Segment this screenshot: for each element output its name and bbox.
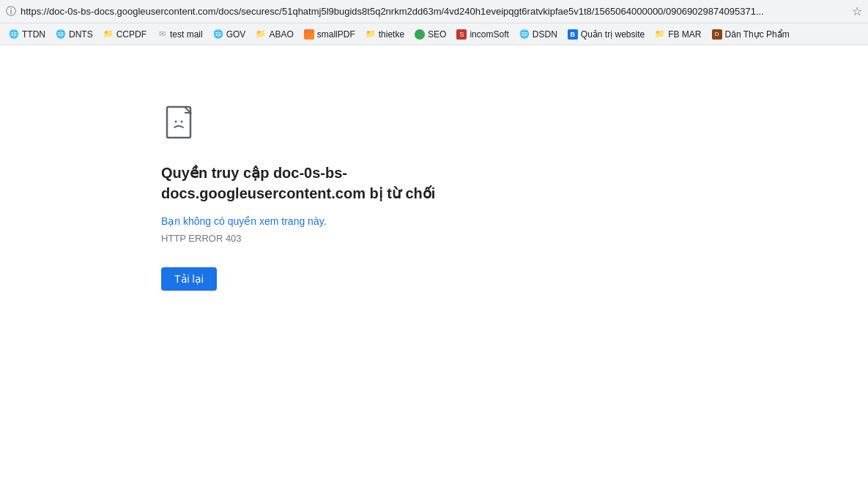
info-icon: ⓘ — [6, 5, 16, 18]
svg-point-2 — [181, 121, 183, 123]
bookmark-gov[interactable]: 🌐 GOV — [209, 27, 251, 42]
bookmark-label: incomSoft — [470, 29, 508, 40]
url-text[interactable]: https://doc-0s-bs-docs.googleusercontent… — [21, 6, 847, 17]
bookmark-seo[interactable]: SEO — [410, 27, 450, 42]
folder-icon: 📁 — [256, 29, 266, 40]
error-code: HTTP ERROR 403 — [161, 233, 839, 244]
bookmark-ttdn[interactable]: 🌐 TTDN — [4, 27, 50, 42]
bookmark-label: SEO — [428, 29, 446, 40]
bookmark-dsdn[interactable]: 🌐 DSDN — [515, 27, 562, 42]
bookmark-fbmar[interactable]: 📁 FB MAR — [650, 27, 705, 42]
mail-icon: ✉ — [157, 29, 167, 40]
svg-point-1 — [175, 121, 177, 123]
bookmark-label: GOV — [226, 29, 246, 40]
globe-icon: 🌐 — [213, 29, 223, 40]
bookmark-incomsoft[interactable]: S incomSoft — [452, 27, 513, 42]
error-subtitle: Bạn không có quyền xem trang này. — [161, 215, 839, 227]
bookmark-label: smallPDF — [317, 29, 355, 40]
seo-icon — [415, 29, 425, 40]
bookmark-label: test mail — [170, 29, 203, 40]
smallpdf-icon — [304, 29, 314, 40]
bookmark-label: CCPDF — [116, 29, 146, 40]
star-icon[interactable]: ☆ — [852, 4, 862, 18]
bookmark-label: DNTS — [69, 29, 93, 40]
globe-icon: 🌐 — [56, 29, 66, 40]
bookmark-thietke[interactable]: 📁 thietke — [361, 27, 409, 42]
reload-button[interactable]: Tải lại — [161, 267, 217, 291]
incomsoft-icon: S — [456, 29, 467, 40]
bookmark-dnts[interactable]: 🌐 DNTS — [51, 27, 97, 42]
bookmark-ccpdf[interactable]: 📁 CCPDF — [99, 27, 151, 42]
bookmarks-bar: 🌐 TTDN 🌐 DNTS 📁 CCPDF ✉ test mail 🌐 GOV … — [0, 23, 868, 45]
bookmark-label: TTDN — [22, 29, 45, 40]
bookmark-label: Dân Thực Phẩm — [725, 29, 790, 40]
bookmark-smallpdf[interactable]: smallPDF — [300, 27, 360, 42]
address-bar: ⓘ https://doc-0s-bs-docs.googleuserconte… — [0, 0, 868, 23]
bookmark-label: FB MAR — [668, 29, 701, 40]
folder-icon: 📁 — [366, 29, 376, 40]
danthucpham-icon: D — [712, 29, 722, 40]
bookmark-label: Quản trị website — [581, 29, 645, 40]
quantri-icon: B — [568, 29, 578, 40]
bookmark-label: thietke — [379, 29, 404, 40]
folder-icon: 📁 — [655, 29, 665, 40]
folder-icon: 📁 — [103, 29, 114, 40]
svg-rect-0 — [167, 107, 190, 138]
bookmark-label: ABAO — [269, 29, 293, 40]
error-icon-container — [161, 104, 202, 145]
bookmark-label: DSDN — [533, 29, 557, 40]
main-content: Quyền truy cập doc-0s-bs-docs.googleuser… — [0, 45, 868, 455]
globe-icon: 🌐 — [9, 29, 19, 40]
bookmark-danthucpham[interactable]: D Dân Thực Phẩm — [708, 27, 794, 42]
bookmark-quantri[interactable]: B Quản trị website — [563, 27, 649, 42]
bookmark-testmail[interactable]: ✉ test mail — [152, 27, 207, 42]
error-title: Quyền truy cập doc-0s-bs-docs.googleuser… — [161, 163, 513, 204]
globe-icon: 🌐 — [519, 29, 530, 40]
error-document-icon — [161, 104, 202, 145]
bookmark-abao[interactable]: 📁 ABAO — [251, 27, 297, 42]
